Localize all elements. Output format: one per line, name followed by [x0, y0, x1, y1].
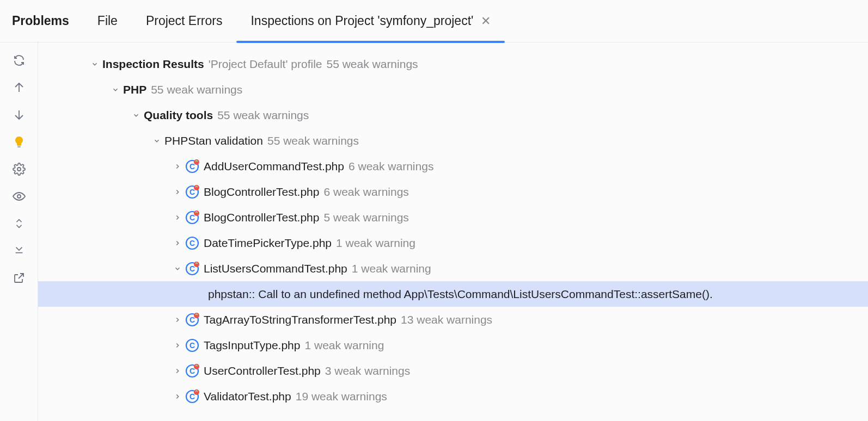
tree-node-file[interactable]: CUserControllerTest.php3 weak warnings: [38, 358, 868, 383]
file-summary: 3 weak warnings: [325, 364, 410, 377]
tab-label: File: [97, 14, 118, 28]
svg-text:C: C: [190, 213, 195, 222]
chevron-down-icon[interactable]: [108, 86, 123, 94]
arrow-down-icon[interactable]: [11, 107, 27, 123]
svg-text:C: C: [190, 367, 195, 375]
file-name: TagsInputType.php: [204, 339, 300, 352]
tab-label: Inspections on Project 'symfony_project': [250, 14, 473, 28]
node-summary: 55 weak warnings: [326, 58, 418, 71]
chevron-right-icon[interactable]: [170, 239, 185, 247]
file-name: BlogControllerTest.php: [204, 211, 319, 224]
tree-node-file[interactable]: CTagsInputType.php1 weak warning: [38, 332, 868, 358]
export-icon[interactable]: [11, 270, 27, 286]
node-summary: 55 weak warnings: [151, 83, 242, 96]
chevron-down-icon[interactable]: [129, 112, 144, 119]
chevron-right-icon[interactable]: [170, 316, 185, 324]
node-label: Quality tools: [144, 109, 213, 122]
chevron-right-icon[interactable]: [170, 367, 185, 375]
svg-rect-2: [17, 146, 21, 147]
file-name: BlogControllerTest.php: [204, 185, 319, 199]
node-label: Inspection Results: [102, 58, 204, 71]
tab-label: Problems: [12, 14, 69, 28]
node-summary: 55 weak warnings: [267, 134, 359, 147]
file-name: ListUsersCommandTest.php: [204, 262, 347, 275]
tab-problems[interactable]: Problems: [10, 0, 83, 42]
class-test-icon: C: [185, 262, 199, 276]
tree-node-file[interactable]: CBlogControllerTest.php5 weak warnings: [38, 205, 868, 230]
tab-file[interactable]: File: [83, 0, 132, 42]
refresh-icon[interactable]: [11, 52, 27, 69]
node-label: PHP: [123, 83, 146, 96]
node-profile: 'Project Default' profile: [209, 58, 322, 71]
inspection-tree: Inspection Results 'Project Default' pro…: [38, 42, 868, 421]
tree-node-file[interactable]: CValidatorTest.php19 weak warnings: [38, 383, 868, 409]
close-icon[interactable]: ✕: [481, 14, 491, 28]
file-name: TagArrayToStringTransformerTest.php: [204, 313, 396, 326]
tree-node-phpstan[interactable]: PHPStan validation 55 weak warnings: [38, 128, 868, 153]
tree-node-quality-tools[interactable]: Quality tools 55 weak warnings: [38, 102, 868, 128]
svg-text:C: C: [190, 315, 195, 324]
tab-label: Project Errors: [146, 14, 223, 28]
node-summary: 55 weak warnings: [217, 109, 309, 122]
node-label: PHPStan validation: [164, 134, 263, 147]
svg-text:C: C: [190, 239, 195, 247]
file-summary: 13 weak warnings: [401, 313, 492, 326]
tree-node-file[interactable]: CDateTimePickerType.php1 weak warning: [38, 230, 868, 256]
chevron-right-icon[interactable]: [170, 393, 185, 400]
tree-node-file[interactable]: CBlogControllerTest.php6 weak warnings: [38, 179, 868, 205]
class-icon: C: [185, 338, 199, 352]
main-area: Inspection Results 'Project Default' pro…: [0, 42, 868, 421]
file-summary: 1 weak warning: [352, 262, 431, 275]
message-text: phpstan:: Call to an undefined method Ap…: [208, 288, 713, 301]
svg-point-3: [17, 168, 21, 171]
svg-text:C: C: [190, 162, 195, 171]
class-test-icon: C: [185, 313, 199, 327]
sidebar-toolbar: [0, 42, 38, 421]
tab-inspections[interactable]: Inspections on Project 'symfony_project'…: [236, 0, 505, 42]
svg-point-4: [17, 195, 21, 198]
tree-node-file[interactable]: CTagArrayToStringTransformerTest.php13 w…: [38, 307, 868, 332]
chevron-right-icon[interactable]: [170, 214, 185, 221]
expand-collapse-icon[interactable]: [11, 215, 27, 232]
class-icon: C: [185, 236, 199, 250]
class-test-icon: C: [185, 210, 199, 225]
file-name: UserControllerTest.php: [204, 364, 321, 377]
arrow-up-icon[interactable]: [11, 79, 27, 96]
inspection-message[interactable]: phpstan:: Call to an undefined method Ap…: [38, 281, 868, 307]
tab-project-errors[interactable]: Project Errors: [132, 0, 237, 42]
lightbulb-icon[interactable]: [11, 134, 27, 150]
class-test-icon: C: [185, 159, 199, 174]
gear-icon[interactable]: [11, 161, 27, 177]
file-summary: 6 weak warnings: [349, 160, 433, 173]
file-name: DateTimePickerType.php: [204, 237, 332, 250]
chevron-right-icon[interactable]: [170, 188, 185, 196]
file-summary: 5 weak warnings: [323, 211, 408, 224]
file-name: AddUserCommandTest.php: [204, 160, 344, 173]
tree-node-php[interactable]: PHP 55 weak warnings: [38, 77, 868, 102]
tree-node-file[interactable]: CListUsersCommandTest.php1 weak warning: [38, 256, 868, 281]
chevron-down-icon[interactable]: [170, 265, 185, 273]
tree-node-file[interactable]: CAddUserCommandTest.php6 weak warnings: [38, 153, 868, 179]
tree-node-root[interactable]: Inspection Results 'Project Default' pro…: [38, 51, 868, 77]
svg-text:C: C: [190, 264, 195, 273]
class-test-icon: C: [185, 364, 199, 378]
collapse-all-icon[interactable]: [11, 243, 27, 259]
file-name: ValidatorTest.php: [204, 390, 291, 403]
chevron-right-icon[interactable]: [170, 342, 185, 349]
file-summary: 1 weak warning: [336, 237, 415, 250]
file-summary: 19 weak warnings: [296, 390, 387, 403]
chevron-down-icon[interactable]: [87, 60, 102, 68]
class-test-icon: C: [185, 185, 199, 199]
chevron-down-icon[interactable]: [149, 137, 164, 145]
file-summary: 6 weak warnings: [323, 185, 408, 199]
chevron-right-icon[interactable]: [170, 163, 185, 170]
svg-text:C: C: [190, 341, 195, 350]
svg-text:C: C: [190, 392, 195, 401]
tab-bar: Problems File Project Errors Inspections…: [0, 0, 868, 42]
svg-text:C: C: [190, 188, 195, 196]
class-test-icon: C: [185, 389, 199, 404]
eye-icon[interactable]: [11, 188, 27, 205]
file-summary: 1 weak warning: [304, 339, 384, 352]
